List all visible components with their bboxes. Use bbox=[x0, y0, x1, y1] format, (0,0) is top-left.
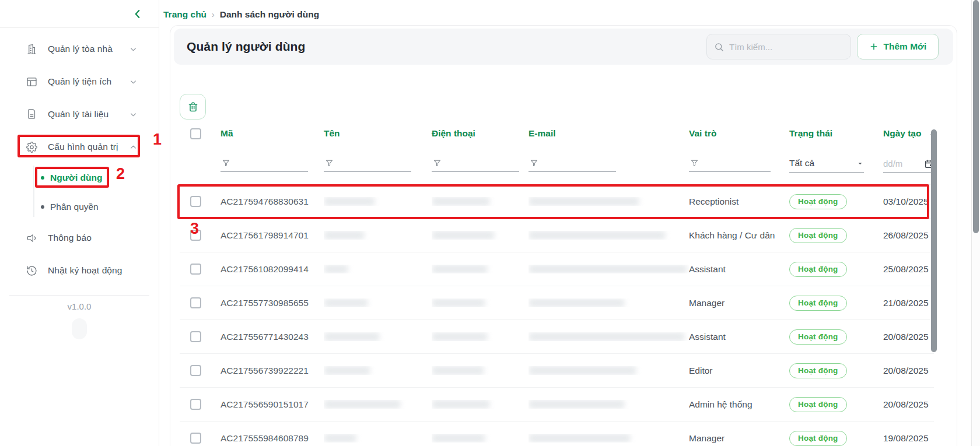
sidebar-item-admin-config[interactable]: Cấu hình quản trị bbox=[0, 131, 159, 163]
sidebar-item-utility-management[interactable]: Quản lý tiện ích bbox=[0, 65, 159, 98]
table-row[interactable]: AC217555984608789 Manager Hoạt động 19/0… bbox=[180, 421, 934, 446]
code-filter-input[interactable] bbox=[220, 159, 308, 172]
funnel-icon bbox=[690, 159, 699, 167]
row-checkbox[interactable] bbox=[190, 264, 201, 275]
row-checkbox[interactable] bbox=[190, 297, 201, 308]
email-filter-input[interactable] bbox=[528, 159, 616, 172]
add-new-button[interactable]: Thêm Mới bbox=[857, 34, 939, 59]
cell-role: Khách hàng / Cư dân bbox=[689, 230, 789, 241]
cell-role: Manager bbox=[689, 298, 789, 308]
chevron-left-icon bbox=[131, 8, 144, 20]
column-header-phone[interactable]: Điện thoại bbox=[432, 128, 528, 139]
blurred-email bbox=[528, 197, 639, 206]
table-row[interactable]: AC217556739922221 Editor Hoạt động 20/08… bbox=[180, 353, 934, 387]
table-row[interactable]: AC217561798914701 Khách hàng / Cư dân Ho… bbox=[180, 218, 934, 252]
blurred-email bbox=[528, 298, 625, 307]
table-row[interactable]: AC217556590151017 Admin hệ thống Hoạt độ… bbox=[180, 387, 934, 421]
blurred-phone bbox=[432, 332, 488, 341]
select-all-checkbox[interactable] bbox=[190, 128, 201, 139]
row-checkbox[interactable] bbox=[190, 365, 201, 376]
app-window: Quản lý tòa nhà Quản lý tiện ích Quản bbox=[0, 0, 980, 446]
cell-phone-redacted bbox=[432, 265, 528, 273]
search-box[interactable] bbox=[706, 34, 851, 59]
table-scrollbar[interactable] bbox=[930, 119, 937, 446]
row-checkbox[interactable] bbox=[190, 230, 201, 241]
page-scrollbar[interactable] bbox=[971, 0, 980, 446]
caret-down-icon bbox=[856, 160, 864, 167]
cell-phone-redacted bbox=[432, 434, 528, 443]
page-title: Quản lý người dùng bbox=[187, 40, 305, 54]
date-filter-placeholder: dd/m bbox=[883, 159, 902, 168]
page-scrollbar-thumb[interactable] bbox=[973, 0, 979, 233]
plus-icon bbox=[869, 42, 878, 51]
sidebar-divider bbox=[9, 295, 149, 296]
row-checkbox[interactable] bbox=[190, 331, 201, 342]
blurred-name bbox=[324, 400, 401, 409]
cell-created-date: 21/08/2025 bbox=[883, 298, 934, 308]
blurred-phone bbox=[432, 366, 484, 375]
sidebar-item-building-management[interactable]: Quản lý tòa nhà bbox=[0, 33, 159, 65]
cell-role: Receptionist bbox=[689, 196, 789, 207]
breadcrumb: Trang chủ › Danh sách người dùng bbox=[163, 9, 319, 20]
breadcrumb-home-link[interactable]: Trang chủ bbox=[163, 9, 206, 20]
sidebar-item-notifications[interactable]: Thông báo bbox=[0, 222, 159, 254]
role-filter-input[interactable] bbox=[689, 159, 771, 172]
blurred-name bbox=[324, 265, 348, 273]
blurred-email bbox=[528, 400, 625, 409]
column-header-role[interactable]: Vai trò bbox=[689, 128, 789, 139]
table-row[interactable]: AC217556771430243 Assistant Hoạt động 20… bbox=[180, 319, 934, 353]
blurred-phone bbox=[432, 231, 495, 240]
cell-name-redacted bbox=[324, 434, 432, 443]
admin-config-submenu: Người dùng Phân quyền bbox=[0, 163, 159, 222]
table-scrollbar-thumb[interactable] bbox=[931, 129, 937, 352]
add-new-button-label: Thêm Mới bbox=[884, 41, 927, 52]
table-header-row: Mã Tên Điện thoại E-mail Vai trò Trạng t… bbox=[180, 121, 934, 146]
name-filter-input[interactable] bbox=[324, 159, 411, 172]
table-filter-row: Tất cả dd/m bbox=[180, 146, 934, 184]
blurred-email bbox=[528, 434, 631, 443]
cell-email-redacted bbox=[528, 265, 689, 273]
card-header: Quản lý người dùng Thêm Mới bbox=[174, 29, 953, 65]
sidebar-subitem-permissions[interactable]: Phân quyền bbox=[0, 192, 159, 222]
column-header-status[interactable]: Trạng thái bbox=[789, 128, 883, 139]
card-body: Mã Tên Điện thoại E-mail Vai trò Trạng t… bbox=[170, 94, 957, 446]
cell-created-date: 20/08/2025 bbox=[883, 366, 934, 376]
blurred-email bbox=[528, 265, 687, 273]
search-icon bbox=[714, 42, 724, 52]
sidebar-item-label: Quản lý tài liệu bbox=[48, 109, 108, 120]
status-badge: Hoạt động bbox=[789, 329, 847, 345]
phone-filter-input[interactable] bbox=[432, 159, 519, 172]
sidebar-item-activity-log[interactable]: Nhật ký hoạt động bbox=[0, 254, 159, 287]
column-header-name[interactable]: Tên bbox=[324, 128, 432, 139]
table-row[interactable]: AC217561082099414 Assistant Hoạt động 25… bbox=[180, 252, 934, 286]
blurred-name bbox=[324, 434, 356, 443]
column-header-code[interactable]: Mã bbox=[220, 128, 324, 139]
date-filter-input[interactable]: dd/m bbox=[883, 159, 934, 173]
row-checkbox[interactable] bbox=[190, 433, 201, 444]
cell-user-code: AC217556590151017 bbox=[220, 399, 324, 410]
users-table: Mã Tên Điện thoại E-mail Vai trò Trạng t… bbox=[180, 120, 934, 446]
funnel-icon bbox=[325, 159, 334, 167]
cell-name-redacted bbox=[324, 400, 432, 409]
cell-email-redacted bbox=[528, 332, 689, 341]
document-icon bbox=[26, 108, 38, 121]
bullet-icon bbox=[41, 176, 44, 180]
sidebar-subitem-users[interactable]: Người dùng bbox=[0, 163, 159, 192]
bulk-delete-button[interactable] bbox=[180, 94, 206, 120]
row-checkbox[interactable] bbox=[190, 196, 201, 207]
table-row[interactable]: AC217594768830631 Receptionist Hoạt động… bbox=[180, 184, 934, 218]
column-header-created-date[interactable]: Ngày tạo bbox=[883, 128, 934, 139]
column-header-email[interactable]: E-mail bbox=[528, 128, 689, 139]
cell-user-code: AC217594768830631 bbox=[220, 196, 324, 207]
blurred-email bbox=[528, 366, 636, 375]
sidebar-item-document-management[interactable]: Quản lý tài liệu bbox=[0, 98, 159, 131]
subitem-label: Phân quyền bbox=[50, 202, 99, 212]
table-row[interactable]: AC217557730985655 Manager Hoạt động 21/0… bbox=[180, 286, 934, 319]
chevron-down-icon bbox=[129, 78, 138, 86]
blurred-name bbox=[324, 197, 375, 206]
status-filter-select[interactable]: Tất cả bbox=[789, 158, 864, 173]
sidebar-collapse-button[interactable] bbox=[131, 7, 145, 21]
search-input[interactable] bbox=[729, 42, 834, 52]
decorative-blob bbox=[72, 318, 87, 339]
row-checkbox[interactable] bbox=[190, 399, 201, 410]
